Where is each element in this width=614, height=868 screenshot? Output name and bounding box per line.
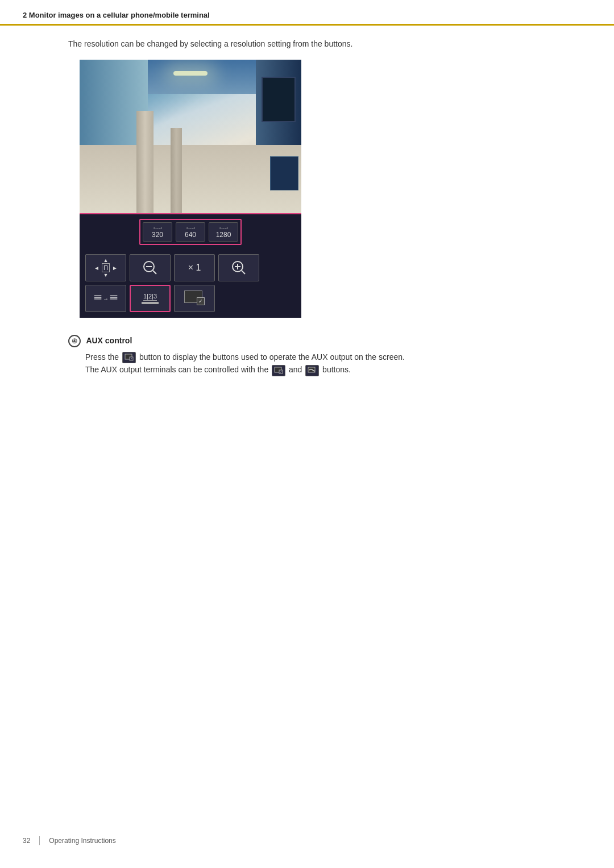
zoom-out-button[interactable] [130,254,171,281]
res-640-arrow: ‹·······› [182,225,199,231]
aux-line2-rest: buttons. [322,365,351,374]
resolution-button-group: ‹·······› 320 ‹·······› 640 ‹·······› 12… [139,219,242,245]
scene-pillar [136,111,154,213]
aux-button-inline-icon: ✓ [122,352,136,363]
res-320-label: 320 [149,231,166,239]
intro-text: The resolution can be changed by selecti… [68,39,569,48]
scene-pillar2 [171,128,182,213]
svg-text:✓: ✓ [280,370,282,373]
layout-top-row: 𝍢 → 𝍢 [94,293,118,304]
ptz-left-icon: ◄ [94,265,99,271]
aux-icon1-svg: ✓ [274,367,283,375]
res-1280-arrow: ‹·······› [215,225,232,231]
footer: 32 Operating Instructions [23,836,116,845]
aux-line1-rest: button to display the buttons used to op… [139,352,405,362]
zoom-out-icon [142,260,158,276]
aux-icon1-inline: ✓ [272,365,285,376]
aux-press-icon-svg: ✓ [125,354,134,362]
camera-feed [80,60,301,213]
camera-ui: ‹·······› 320 ‹·······› 640 ‹·······› 12… [80,60,301,318]
section-title: 2 Monitor images on a cellular phone/mob… [23,11,210,19]
zoom-in-icon [231,260,247,276]
section-header: 2 Monitor images on a cellular phone/mob… [0,0,614,26]
channel-bar [142,302,159,304]
layout-bar-icon: 𝍢 [94,293,102,304]
bottom-controls: ▲ ◄ Π ► ▼ [80,250,301,318]
aux-icon2-svg [308,367,317,375]
aux-icon: ✓ [184,290,205,306]
aux-control-row: 𝍢 → 𝍢 1|2|3 [85,285,296,312]
scene-light [173,71,208,76]
aux-line1-press: Press the [85,352,119,362]
ptz-button[interactable]: ▲ ◄ Π ► ▼ [85,254,126,281]
aux-line2: The AUX output terminals can be controll… [85,363,569,376]
svg-text:✓: ✓ [130,357,132,360]
aux-line1: Press the ✓ button to display the button… [85,351,569,363]
channel-numbers: 1|2|3 [143,293,157,301]
resolution-320-button[interactable]: ‹·······› 320 [143,222,172,242]
ptz-lr: ◄ Π ► [94,263,118,272]
layout-button[interactable]: 𝍢 → 𝍢 [85,285,126,312]
aux-button[interactable]: ✓ [174,285,215,312]
res-640-label: 640 [182,231,199,239]
ptz-down: ▼ [103,272,109,278]
zoom-control-row: ▲ ◄ Π ► ▼ [85,254,296,281]
aux-section: ④ AUX control Press the ✓ button to disp… [68,335,569,376]
aux-number-circle: ④ [68,335,81,347]
page-container: 2 Monitor images on a cellular phone/mob… [0,0,614,868]
aux-title-row: ④ AUX control [68,335,569,347]
zoom-in-button[interactable] [218,254,259,281]
aux-title-text: AUX control [86,336,132,345]
aux-icon2-inline [305,365,319,376]
aux-checkmark: ✓ [197,297,205,305]
resolution-1280-button[interactable]: ‹·······› 1280 [209,222,238,242]
resolution-bar: ‹·······› 320 ‹·······› 640 ‹·······› 12… [80,213,301,250]
svg-line-2 [153,271,156,274]
page-number: 32 [23,837,30,845]
zoom-level-label: × 1 [188,263,201,273]
scene-floor [80,145,301,213]
footer-divider [39,836,40,845]
ptz-right-icon: ► [112,265,118,271]
resolution-640-button[interactable]: ‹·······› 640 [176,222,205,242]
res-320-arrow: ‹·······› [149,225,166,231]
ptz-up: ▲ [103,258,109,263]
aux-description: Press the ✓ button to display the button… [85,351,569,376]
zoom-level-button[interactable]: × 1 [174,254,215,281]
content-area: The resolution can be changed by selecti… [0,39,614,376]
ptz-symbol: Π [102,263,110,272]
svg-line-6 [242,271,245,274]
layout-bar2-icon: 𝍢 [110,293,118,304]
scene-display2 [270,156,298,190]
res-1280-label: 1280 [215,231,232,239]
footer-label: Operating Instructions [49,837,115,845]
layout-arrow-icon: → [103,296,109,302]
aux-line2-prefix: The AUX output terminals can be controll… [85,365,268,374]
aux-and-text: and [289,365,302,374]
channel-button[interactable]: 1|2|3 [130,285,171,312]
channel-display: 1|2|3 [142,293,159,304]
scene-display [262,77,296,122]
